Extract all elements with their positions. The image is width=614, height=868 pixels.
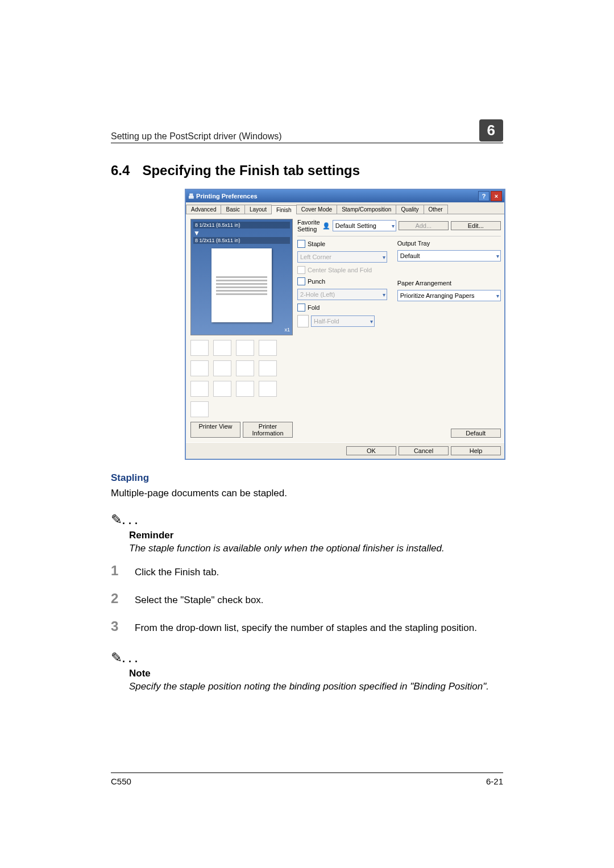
option-icon[interactable] [213, 340, 231, 356]
help-icon[interactable]: ? [478, 191, 489, 201]
reminder-callout: ✎... [111, 512, 503, 528]
staple-position-select[interactable]: Left Corner [297, 251, 387, 263]
default-button[interactable]: Default [451, 429, 501, 438]
option-icon[interactable] [236, 340, 254, 356]
section-title: Specifying the Finish tab settings [142, 163, 360, 178]
page-preview-thumb [211, 248, 272, 322]
center-staple-checkbox[interactable]: Center Staple and Fold [297, 266, 387, 274]
ok-button[interactable]: OK [346, 446, 396, 455]
section-heading: 6.4Specifying the Finish tab settings [111, 163, 503, 178]
tab-cover-mode[interactable]: Cover Mode [296, 205, 337, 214]
output-tray-select[interactable]: Default [397, 250, 501, 261]
close-icon[interactable]: × [491, 191, 502, 201]
output-tray-label: Output Tray [397, 240, 501, 247]
favorite-add-button[interactable]: Add... [399, 221, 449, 230]
preview-scale: x1 [193, 327, 290, 333]
option-icon[interactable] [190, 401, 209, 417]
footer-right: 6-21 [486, 776, 503, 786]
note-icon: ✎ [111, 650, 122, 665]
fold-checkbox[interactable]: Fold [297, 304, 387, 312]
page-preview: 8 1/2x11 (8.5x11 in) ▼ 8 1/2x11 (8.5x11 … [190, 219, 293, 335]
option-icon[interactable] [259, 340, 277, 356]
fold-icon [297, 315, 309, 327]
tab-advanced[interactable]: Advanced [186, 205, 221, 214]
tab-stamp[interactable]: Stamp/Composition [337, 205, 396, 214]
footer-left: C550 [111, 776, 131, 786]
note-body: Specify the staple position noting the b… [129, 680, 503, 693]
favorite-select[interactable]: Default Setting [333, 220, 396, 231]
step-number: 2 [111, 591, 122, 607]
staple-checkbox[interactable]: Staple [297, 240, 387, 248]
note-callout: ✎... [111, 650, 503, 666]
option-icon[interactable] [213, 360, 231, 376]
tab-other[interactable]: Other [424, 205, 448, 214]
tab-finish[interactable]: Finish [271, 205, 297, 214]
printer-info-button[interactable]: Printer Information [243, 422, 293, 438]
option-icon[interactable] [190, 381, 209, 397]
option-icon[interactable] [190, 360, 209, 376]
note-icon: ✎ [111, 512, 122, 527]
cancel-button[interactable]: Cancel [399, 446, 449, 455]
reminder-body: The staple function is available only wh… [129, 542, 503, 555]
punch-select[interactable]: 2-Hole (Left) [297, 289, 387, 300]
fold-select[interactable]: Half-Fold [311, 315, 375, 327]
option-icon[interactable] [259, 360, 277, 376]
dialog-tabs: Advanced Basic Layout Finish Cover Mode … [186, 202, 504, 214]
option-icon[interactable] [190, 340, 209, 356]
chapter-badge: 6 [479, 119, 503, 142]
help-button[interactable]: Help [451, 446, 501, 455]
printer-view-button[interactable]: Printer View [190, 422, 240, 438]
arrangement-select[interactable]: Prioritize Arranging Papers [397, 290, 501, 301]
step-text: Click the Finish tab. [135, 566, 219, 579]
dialog-titlebar: 🖶 Printing Preferences ? × [186, 190, 504, 202]
option-icon[interactable] [213, 381, 231, 397]
option-icon[interactable] [236, 381, 254, 397]
reminder-heading: Reminder [129, 530, 503, 541]
stapling-heading: Stapling [111, 472, 503, 484]
arrangement-label: Paper Arrangement [397, 280, 501, 286]
dialog-title: 🖶 Printing Preferences [188, 193, 258, 200]
note-heading: Note [129, 668, 503, 679]
punch-checkbox[interactable]: Punch [297, 277, 387, 285]
tab-layout[interactable]: Layout [244, 205, 272, 214]
step-number: 1 [111, 563, 122, 579]
option-icon[interactable] [236, 360, 254, 376]
section-number: 6.4 [111, 163, 130, 178]
step-number: 3 [111, 618, 122, 634]
preview-size-2: 8 1/2x11 (8.5x11 in) [193, 237, 290, 244]
favorite-edit-button[interactable]: Edit... [451, 221, 501, 230]
stapling-body: Multiple-page documents can be stapled. [111, 487, 503, 500]
header-title: Setting up the PostScript driver (Window… [111, 131, 282, 142]
page-footer: C550 6-21 [111, 773, 503, 786]
option-icon[interactable] [259, 381, 277, 397]
printing-preferences-dialog: 🖶 Printing Preferences ? × Advanced Basi… [185, 189, 505, 460]
favorite-label: Favorite Setting [297, 219, 320, 232]
tab-quality[interactable]: Quality [396, 205, 424, 214]
preview-size-1: 8 1/2x11 (8.5x11 in) [193, 222, 290, 229]
step-text: From the drop-down list, specify the num… [135, 622, 477, 635]
preview-icon-grid [190, 340, 293, 417]
step-text: Select the "Staple" check box. [135, 594, 264, 607]
page-header: Setting up the PostScript driver (Window… [111, 119, 503, 143]
tab-basic[interactable]: Basic [221, 205, 244, 214]
